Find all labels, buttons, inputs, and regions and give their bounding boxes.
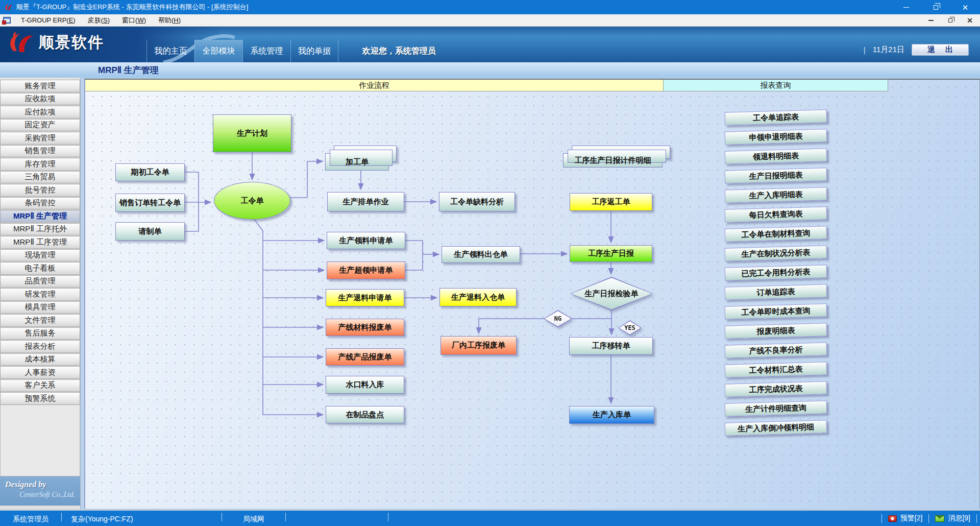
status-divider <box>881 514 882 523</box>
flow-node-material-return-receipt[interactable]: 生产退料入仓单 <box>439 288 517 306</box>
restore-icon <box>948 18 952 22</box>
sidebar-item[interactable]: 人事薪资 <box>0 366 80 379</box>
window-restore-button[interactable] <box>921 0 950 14</box>
nav-banner: 顺景软件 我的主页全部模块系统管理我的单据 欢迎您，系统管理员 | 11月21日… <box>0 27 980 62</box>
flow-node-production-plan[interactable]: 生产计划 <box>213 114 291 152</box>
flow-node-line-material-scrap[interactable]: 产线材料报废单 <box>326 319 404 336</box>
sidebar-module-list: 账务管理应收款项应付款项固定资产采购管理销售管理库存管理三角贸易批号管控条码管控… <box>0 80 80 405</box>
alerts-button[interactable]: 预警[2] <box>888 514 923 523</box>
brand-name: 顺景软件 <box>39 32 104 53</box>
app-window: 顺景『T-GROUP』制造业ERP系统 - 东莞顺景软件科技有限公司 - [系统… <box>0 0 980 526</box>
messages-label: 消息[9] <box>948 514 970 523</box>
alert-icon <box>888 515 897 522</box>
sidebar: 账务管理应收款项应付款项固定资产采购管理销售管理库存管理三角贸易批号管控条码管控… <box>0 78 81 510</box>
flow-node-process-daily-report[interactable]: 工序生产日报 <box>570 245 652 262</box>
flow-node-material-request[interactable]: 生产领料申请单 <box>327 232 405 249</box>
sidebar-item[interactable]: 预警系统 <box>0 392 80 405</box>
menu-item-W[interactable]: 窗口(W) <box>116 15 152 26</box>
sidebar-item[interactable]: 条码管控 <box>0 197 80 210</box>
flow-node-process-transfer-order[interactable]: 工序移转单 <box>569 337 653 355</box>
sidebar-item[interactable]: 三角贸易 <box>0 171 80 184</box>
titlebar: 顺景『T-GROUP』制造业ERP系统 - 东莞顺景软件科技有限公司 - [系统… <box>0 0 980 14</box>
sidebar-item[interactable]: 报表分析 <box>0 340 80 353</box>
sidebar-item[interactable]: 售后服务 <box>0 327 80 340</box>
flow-node-wip-stocktake[interactable]: 在制品盘点 <box>326 406 404 423</box>
minimize-icon <box>903 7 909 8</box>
body: 账务管理应收款项应付款项固定资产采购管理销售管理库存管理三角贸易批号管控条码管控… <box>0 78 980 510</box>
menu-item-H[interactable]: 帮助(H) <box>152 15 187 26</box>
messages-button[interactable]: 消息[9] <box>935 514 970 523</box>
designed-by-panel: Designed by CenterSoft Co.,Ltd. <box>0 476 80 506</box>
sidebar-item[interactable]: 库存管理 <box>0 158 80 171</box>
sidebar-item[interactable]: 电子看板 <box>0 262 80 275</box>
flow-node-line-product-scrap[interactable]: 产线产品报废单 <box>326 348 404 366</box>
flow-node-material-issue[interactable]: 生产领料出仓单 <box>442 246 520 263</box>
flow-node-factory-process-scrap[interactable]: 厂内工序报废单 <box>440 336 517 355</box>
sidebar-item[interactable]: 应收款项 <box>0 93 80 106</box>
flow-node-request-order[interactable]: 请制单 <box>115 222 185 241</box>
flow-node-daily-report-inspection[interactable]: 生产日报检验单 <box>570 277 653 310</box>
sidebar-item[interactable]: MRPⅡ 工序管理 <box>0 236 80 249</box>
flow-node-opening-work-order[interactable]: 期初工令单 <box>115 163 185 181</box>
brand-logo-icon <box>7 31 34 54</box>
sidebar-item[interactable]: 品质管理 <box>0 275 80 288</box>
date-text: 11月21日 <box>873 45 904 55</box>
mdi-close-button[interactable]: ✕ <box>966 16 974 25</box>
close-icon: ✕ <box>967 17 973 24</box>
sidebar-item[interactable]: 文件管理 <box>0 314 80 327</box>
date-divider: | <box>864 45 866 54</box>
flow-node-material-return-request[interactable]: 生产退料申请单 <box>326 289 404 306</box>
sidebar-item[interactable]: 账务管理 <box>0 80 80 92</box>
company-text: CenterSoft Co.,Ltd. <box>5 491 75 499</box>
app-logo-icon <box>4 3 13 12</box>
nav-tabs: 我的主页全部模块系统管理我的单据 <box>146 40 338 62</box>
status-segment: 系统管理员 <box>0 515 61 524</box>
sidebar-item[interactable]: MRPⅡ 工序托外 <box>0 223 80 236</box>
flow-node-excess-material-request[interactable]: 生产超领申请单 <box>327 261 405 279</box>
nav-tab-3[interactable]: 我的单据 <box>290 40 338 62</box>
alerts-label: 预警[2] <box>900 514 923 523</box>
sidebar-bottom-strip <box>0 506 80 510</box>
menu-item-E[interactable]: T-GROUP ERP(E) <box>15 15 82 26</box>
sidebar-item[interactable]: 研发管理 <box>0 288 80 301</box>
minimize-icon <box>928 20 934 21</box>
sidebar-item[interactable]: 批号管控 <box>0 184 80 197</box>
status-divider <box>285 513 286 521</box>
sidebar-item[interactable]: 模具管理 <box>0 301 80 314</box>
sidebar-item[interactable]: MRPⅡ 生产管理 <box>0 210 80 223</box>
flow-node-production-storage-order[interactable]: 生产入库单 <box>569 406 654 424</box>
flow-node-sales-to-work-order[interactable]: 销售订单转工令单 <box>115 194 185 212</box>
flow-canvas: 作业流程 报表查询 生产计划期初工令单销售订单转工令单请制单工令单加工单生产排单… <box>84 79 980 509</box>
status-bar: 系统管理员复杂(Young-PC:FZ)局域网 预警[2] 消息[9] <box>0 511 980 526</box>
sidebar-item[interactable]: 固定资产 <box>0 119 80 132</box>
flow-node-yes[interactable]: YES <box>618 320 642 336</box>
window-close-button[interactable]: ✕ <box>950 0 980 14</box>
sidebar-item[interactable]: 销售管理 <box>0 145 80 158</box>
menu-item-S[interactable]: 皮肤(S) <box>82 15 116 26</box>
message-icon <box>935 515 944 522</box>
flow-node-ng[interactable]: NG <box>544 310 572 327</box>
flow-node-work-order[interactable]: 工令单 <box>214 182 290 220</box>
flow-node-shortage-analysis[interactable]: 工令单缺料分析 <box>439 192 515 211</box>
exit-button[interactable]: 退 出 <box>912 44 969 56</box>
sidebar-item[interactable]: 采购管理 <box>0 132 80 145</box>
sidebar-item[interactable]: 客户关系 <box>0 379 80 392</box>
flow-node-process-rework-order[interactable]: 工序返工单 <box>570 193 652 211</box>
menu-items: T-GROUP ERP(E)皮肤(S)窗口(W)帮助(H) <box>15 16 187 25</box>
flow-node-scheduling-job[interactable]: 生产排单作业 <box>327 192 404 211</box>
designed-by-text: Designed by <box>5 480 75 489</box>
sidebar-item[interactable]: 应付款项 <box>0 106 80 118</box>
mdi-minimize-button[interactable] <box>927 16 935 25</box>
mdi-restore-button[interactable] <box>946 16 954 25</box>
sidebar-item[interactable]: 成本核算 <box>0 353 80 366</box>
window-minimize-button[interactable] <box>891 0 921 14</box>
nav-tab-0[interactable]: 我的主页 <box>146 40 194 62</box>
page-title: MRPⅡ 生产管理 <box>0 62 980 78</box>
nav-tab-2[interactable]: 系统管理 <box>242 40 290 62</box>
flow-node-daily-piecework-detail[interactable]: 工序生产日报计件明细 <box>563 153 663 168</box>
flow-node-sprue-material-storage[interactable]: 水口料入库 <box>326 376 404 394</box>
flow-node-processing-order[interactable]: 加工单 <box>325 153 389 171</box>
nav-tab-1[interactable]: 全部模块 <box>194 40 242 62</box>
window-title: 顺景『T-GROUP』制造业ERP系统 - 东莞顺景软件科技有限公司 - [系统… <box>16 3 248 12</box>
sidebar-item[interactable]: 现场管理 <box>0 249 80 262</box>
